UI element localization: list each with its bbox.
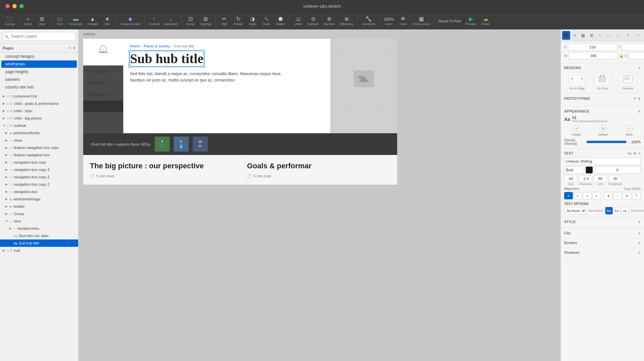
rp-tab-grid[interactable]: ▦: [579, 31, 587, 40]
font-weight-input[interactable]: [564, 166, 584, 174]
pin-to-edge-icon-box[interactable]: [569, 72, 585, 86]
page-page-heights[interactable]: page heights: [1, 68, 77, 75]
layer-nav-box-copy[interactable]: ▶ ▭ navigation-box copy: [0, 159, 78, 166]
maximize-button[interactable]: [19, 4, 24, 8]
transform-aa-btn[interactable]: Aa: [605, 207, 613, 214]
align-top-btn[interactable]: ⬆: [604, 192, 613, 199]
nav-planet-society[interactable]: Planet & society ›: [83, 101, 123, 112]
toolbar-assistants[interactable]: 🔧 Assistants: [360, 16, 377, 26]
rp-tab-more[interactable]: ⋯: [605, 31, 613, 40]
rp-tab-align[interactable]: ≡: [571, 31, 579, 40]
layer-nav-box[interactable]: ▶ ▭ navigation-box: [0, 188, 78, 195]
toolbar-rotate[interactable]: ↻ Rotate: [232, 16, 245, 26]
align-right-btn[interactable]: ≡: [583, 192, 592, 199]
toolbar-view[interactable]: 👁 View: [396, 16, 410, 26]
toolbar-round-to-pixel[interactable]: Round To Pixel: [437, 19, 463, 23]
toolbar-ungroup[interactable]: ⊞ Ungroup: [198, 16, 213, 26]
layer-component-list[interactable]: ▶ □ ⊡ component list: [0, 93, 78, 100]
borders-add-icon[interactable]: +: [638, 240, 641, 245]
fix-size-icon-box[interactable]: [594, 72, 611, 86]
w-input[interactable]: [569, 52, 618, 59]
rp-tab-add[interactable]: +: [623, 31, 633, 40]
nav-our-brands[interactable]: Our brands ›: [83, 77, 123, 89]
layer-child-goals[interactable]: ▶ □ ⊡ child - goals & performance: [0, 100, 78, 107]
nav-our-company[interactable]: Our company ›: [83, 65, 123, 77]
layer-breadcrumbs[interactable]: ▶ ▭ breadcrumbs: [0, 225, 78, 232]
toolbar-union[interactable]: ⊔ Union: [292, 16, 305, 26]
align-left-btn[interactable]: ≡: [564, 192, 573, 199]
toolbar-subtract[interactable]: ⊖ Subtract: [306, 16, 321, 26]
toolbar-mask[interactable]: ◑ Mask: [246, 16, 259, 26]
shadows-row[interactable]: Shadows +: [561, 248, 644, 257]
character-input[interactable]: [579, 175, 592, 182]
layer-wireframe-image[interactable]: ▶ ◈ wireframe/image: [0, 195, 78, 203]
toolbar-star[interactable]: ★ Star: [101, 16, 114, 26]
text-gear-icon[interactable]: ⚙: [633, 151, 637, 156]
layer-hub[interactable]: ▶ □ ⊡ hub: [0, 247, 78, 254]
toolbar-triangle[interactable]: ▲ Triangle: [85, 16, 100, 26]
toolbar-canvas[interactable]: ⬛ Canvas: [3, 16, 17, 26]
toolbar-data[interactable]: ⊞ Data: [35, 16, 49, 26]
shadows-add-icon[interactable]: +: [638, 250, 641, 255]
size-input[interactable]: [564, 175, 578, 182]
layer-sed-felis[interactable]: ▶ Aa Sed felis nisi, blan: [0, 232, 78, 239]
layer-news[interactable]: ▶ ▭ news: [0, 137, 78, 144]
opacity-slider[interactable]: [586, 141, 627, 143]
align-more-btn[interactable]: T: [632, 192, 641, 199]
toolbar-preview[interactable]: ▶ Preview: [464, 16, 478, 26]
toolbar-difference[interactable]: ⊕ Difference: [338, 16, 355, 26]
appearance-create[interactable]: + Create: [572, 125, 581, 136]
layer-child-topic[interactable]: ▶ □ ⊡ child - topic: [0, 107, 78, 115]
rp-tab-upload[interactable]: ↑: [613, 31, 623, 40]
rp-tab-inspect[interactable]: ⬛: [562, 31, 570, 40]
style-expand-icon[interactable]: ∨: [638, 219, 641, 224]
layer-hero[interactable]: ▼ ▭ hero: [0, 217, 78, 225]
layer-subhub[interactable]: ▼ □ ⊡ subhub: [0, 122, 78, 129]
toolbar-rectangle[interactable]: ▬ Rectangle: [67, 16, 85, 26]
appearance-expand-icon[interactable]: ∨: [638, 109, 641, 114]
page-wireframes[interactable]: wireframes: [1, 60, 77, 68]
add-page-icon[interactable]: +: [69, 46, 71, 50]
prototyping-add-icon[interactable]: +: [638, 96, 641, 101]
appearance-detach[interactable]: ↻ Detach: [599, 125, 608, 136]
toolbar-show-layout[interactable]: ▦ Show Layout: [411, 16, 432, 26]
appearance-more[interactable]: ⋯ More: [626, 125, 633, 136]
text-expand-icon[interactable]: ∨: [638, 151, 641, 156]
close-button[interactable]: [5, 4, 10, 8]
prototyping-expand-icon[interactable]: ∨: [634, 96, 637, 101]
align-center-btn[interactable]: ≡: [574, 192, 582, 199]
borders-row[interactable]: Borders +: [561, 238, 644, 248]
h-input[interactable]: [629, 52, 644, 59]
lock-icon[interactable]: 🔒: [619, 54, 623, 58]
transform-AA-btn[interactable]: AA: [613, 207, 621, 214]
font-color-swatch[interactable]: [586, 166, 593, 174]
align-middle-btn[interactable]: ↕: [613, 192, 622, 199]
paragraph-input[interactable]: [609, 175, 622, 182]
decoration-select[interactable]: Aa None: [564, 207, 587, 214]
toolbar-edit[interactable]: ✏ Edit: [218, 16, 231, 26]
layer-wireframe-footer[interactable]: ▶ ◈ wireframe/footer: [0, 129, 78, 137]
search-input[interactable]: [3, 32, 75, 41]
preview-icon-box[interactable]: [620, 72, 636, 86]
layer-nav-box-copy-3[interactable]: ▶ ▭ navigation-box copy 3: [0, 173, 78, 181]
rp-tab-more2[interactable]: ⋯: [633, 31, 643, 40]
toolbar-intersect[interactable]: ⊗ Intersect: [321, 16, 337, 26]
layer-nav-box-copy-4[interactable]: ▶ ▭ navigation-box copy 4: [0, 166, 78, 173]
layer-header[interactable]: ▶ ◈ header: [0, 203, 78, 210]
page-country-site-hub[interactable]: country site hub: [1, 83, 77, 91]
breadcrumb-section[interactable]: Planet & society: [144, 44, 170, 48]
resizing-expand-icon[interactable]: ∨: [638, 66, 641, 70]
fills-add-icon[interactable]: +: [638, 230, 641, 236]
rp-tab-spacing[interactable]: ↔: [596, 31, 604, 40]
page-concept-designs[interactable]: concept designs: [1, 53, 77, 60]
fills-row[interactable]: Fills +: [561, 228, 644, 238]
canvas[interactable]: subhub Unilever U: [78, 29, 560, 361]
minimize-button[interactable]: [12, 4, 17, 8]
x-input[interactable]: [568, 43, 617, 51]
toolbar-backward[interactable]: ↓ Backward: [162, 16, 180, 26]
toolbar-create-symbol[interactable]: ◆ Create Symbol: [118, 16, 142, 26]
page-banners[interactable]: banners: [1, 76, 77, 83]
y-input[interactable]: [622, 43, 644, 51]
layer-feature-nav-box[interactable]: ▶ ▭ feature navigation box: [0, 151, 78, 159]
nav-our-people[interactable]: Our people ›: [83, 89, 123, 101]
